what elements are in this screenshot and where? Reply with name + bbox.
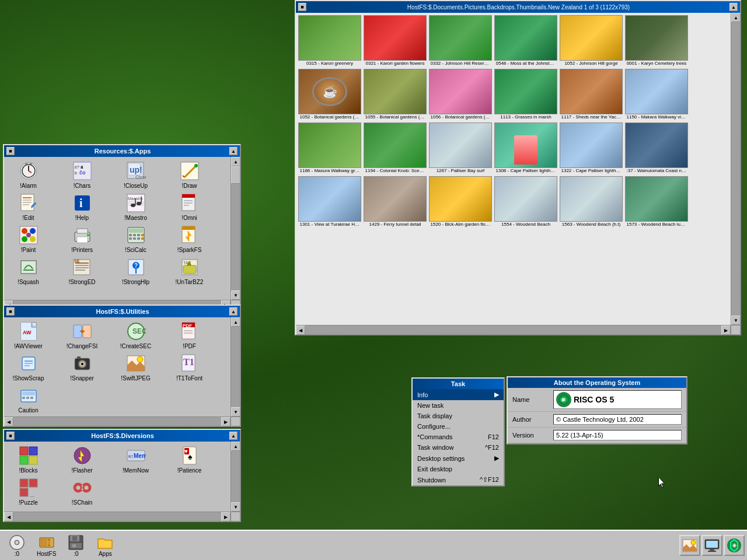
image-viewer-scrollbar-right[interactable]: ▲ ▼ [731,13,740,325]
thumb-17[interactable]: 1322 - Cape Palliser lighthouse view [558,121,624,174]
app-flasher[interactable]: !Flasher [60,444,104,475]
thumb-23[interactable]: 1563 - Woodend Beach (h.t) [558,175,624,228]
apps-toggle-btn[interactable]: ▲ [229,147,238,155]
riscos-taskbar-btn[interactable]: ✳ [724,535,745,556]
utilities-toggle-btn[interactable]: ▲ [229,307,238,316]
taskbar-floppy[interactable]: :0 [61,533,90,559]
app-showscrap[interactable]: !ShowScrap [6,352,50,383]
div-scroll-right[interactable]: ▶ [221,512,231,522]
thumb-9[interactable]: 1056 - Botanical gardens (lrofu... [428,68,493,121]
thumb-13[interactable]: 1186 - Masura Walkway greenery [297,121,362,174]
apps-titlebar[interactable]: ■ Resources:$.Apps ▲ [4,145,240,157]
iv-scroll-down[interactable]: ▼ [731,316,741,325]
menu-item-task-display[interactable]: Task display [413,411,504,421]
apps-close-btn[interactable]: ■ [6,147,15,155]
image-viewer-close-btn[interactable]: ■ [298,3,306,11]
diversions-scrollbar-bottom[interactable]: ◀ ▶ [4,512,231,521]
app-awviewer[interactable]: AW !AWViewer [6,320,50,351]
app-blocks[interactable]: !Blocks [6,444,50,475]
iv-scroll-up[interactable]: ▲ [731,13,741,22]
utilities-scrollbar-bottom[interactable]: ◀ ▶ [4,416,231,426]
app-paint[interactable]: !Paint [6,223,50,254]
app-maestro[interactable]: Maestro !Maestro [114,191,158,222]
monitor-taskbar-btn[interactable] [701,535,722,556]
thumb-11[interactable]: 1117 - Sheds near the Yacht Club [558,68,624,121]
util-scroll-right[interactable]: ▶ [221,417,231,426]
thumb-16[interactable]: 1308 - Cape Palliser lighthouse [493,121,558,174]
app-stronghlp[interactable]: ? !StrongHlp [114,256,158,286]
app-chars[interactable]: é?ābĉo !Chars [60,159,104,190]
thumb-7[interactable]: ☕ 1052 - Botanical gardens (Root ... [297,68,362,121]
thumb-1[interactable]: 0315 - Karori greenery [297,14,362,67]
thumb-18[interactable]: :37 - Wainuiomata Coast near ... [624,121,689,174]
thumb-3[interactable]: 0332 - Johnson Hill Reserve greenery [428,14,493,67]
div-scroll-up[interactable]: ▲ [231,442,240,451]
menu-item-new-task[interactable]: New task [413,400,504,411]
util-scroll-left[interactable]: ◀ [4,417,13,426]
utilities-titlebar[interactable]: ■ HostFS:$.Utilities ▲ [4,306,240,317]
app-swiftjpeg[interactable]: !SwiftJPEG [114,352,158,383]
utilities-close-btn[interactable]: ■ [6,307,15,316]
app-changefsi[interactable]: !ChangeFSI [60,320,104,351]
menu-item-shutdown[interactable]: Shutdown ^⇧F12 [413,474,504,485]
div-scroll-left[interactable]: ◀ [4,512,13,522]
diversions-scrollbar-right[interactable]: ▲ ▼ [231,442,240,512]
app-snapper[interactable]: !Snapper [60,352,104,383]
app-caution[interactable]: Caution [6,384,50,415]
image-viewer-toggle-btn[interactable]: ▲ [729,3,738,11]
app-untarbz2[interactable]: TAR !UnTarBZ2 [167,256,211,286]
menu-item-info[interactable]: Info ▶ [413,389,504,400]
menu-item-exit-desktop[interactable]: Exit desktop [413,464,504,474]
menu-item-task-window[interactable]: Task window ^F12 [413,442,504,453]
util-scroll-down[interactable]: ▼ [231,407,240,416]
thumb-22[interactable]: 1554 - Woodend Beach [493,175,558,228]
thumb-2[interactable]: 0321 - Karori garden flowers [362,14,428,67]
app-scicalc[interactable]: !SciCalc [114,223,158,254]
app-omni[interactable]: !Omni [167,191,211,222]
thumb-20[interactable]: 1429 - Ferry tunnel detail [362,175,428,228]
thumb-15[interactable]: 1267 - Palliser Bay surf [428,121,493,174]
app-alarm[interactable]: !Alarm [6,159,50,190]
thumb-21[interactable]: 1520 - Blck-Alm garden flowers [428,175,493,228]
thumb-12[interactable]: 1150 - Makara Walkway view [624,68,689,121]
app-puzzle[interactable]: _ !Puzzle [6,476,50,507]
taskbar-cd-drive[interactable]: :0 [2,533,32,559]
menu-item-desktop-settings[interactable]: Desktop settings ▶ [413,453,504,464]
app-stronged[interactable]: SE !StrongED [60,256,104,286]
thumb-4[interactable]: 0548 - Moss at the Johnston Hills [493,14,558,67]
thumb-24[interactable]: 1573 - Woodend Beach lupins [624,175,689,228]
app-printers[interactable]: !Printers [60,223,104,254]
thumb-5[interactable]: 1052 - Johnson Hill gorge [558,14,624,67]
taskbar-hostfs[interactable]: HostFS [32,533,61,559]
menu-item-commands[interactable]: *Commands F12 [413,432,504,442]
app-edit[interactable]: !Edit [6,191,50,222]
utilities-scrollbar-right[interactable]: ▲ ▼ [231,317,240,416]
app-pdf[interactable]: PDF !PDF [167,320,211,351]
app-memnow[interactable]: K!Mem !MemNow [114,444,158,475]
app-patience[interactable]: ♥♠ !Patience [167,444,211,475]
app-squash[interactable]: !Squash [6,256,50,286]
util-scroll-up[interactable]: ▲ [231,317,240,327]
diversions-titlebar[interactable]: ■ HostFS:$.Diversions ▲ [4,430,240,442]
thumb-6[interactable]: 0001 - Karyn Cemetery trees [624,14,689,67]
scroll-down[interactable]: ▼ [231,290,240,300]
apps-scrollbar-right[interactable]: ▲ ▼ [231,157,240,300]
app-t1tofont[interactable]: T1 !T1ToFont [167,352,211,383]
diversions-toggle-btn[interactable]: ▲ [229,432,238,440]
app-help[interactable]: i !Help [60,191,104,222]
div-scroll-down[interactable]: ▼ [231,502,240,512]
image-viewer-scrollbar-bottom[interactable]: ◀ ▶ [296,325,731,334]
thumb-8[interactable]: 1055 - Botanical gardens (Root ... [362,68,428,121]
app-schain[interactable]: !SChain [60,476,104,507]
app-createsec[interactable]: SEC !CreateSEC [114,320,158,351]
thumb-14[interactable]: 1194 - Colonial Knob: Scenic Po... [362,121,428,174]
thumb-10[interactable]: 1113 - Grasses in marsh [493,68,558,121]
thumb-19[interactable]: 1301 - View at Turakirae Head [297,175,362,228]
app-sparkfs[interactable]: !SparkFS [167,223,211,254]
app-closeup[interactable]: up!Close-up !CloseUp [114,159,158,190]
iv-scroll-right[interactable]: ▶ [721,326,731,335]
menu-item-configure[interactable]: Configure... [413,421,504,432]
taskbar-apps[interactable]: Apps [90,533,120,559]
app-draw[interactable]: !Draw [167,159,211,190]
scroll-up[interactable]: ▲ [231,157,240,166]
